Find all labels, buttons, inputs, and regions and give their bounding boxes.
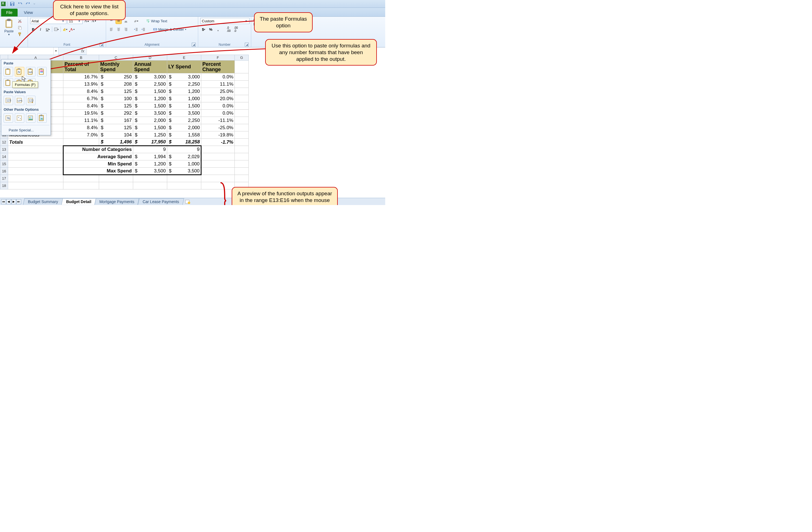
row-header-13[interactable]: 13 (0, 146, 8, 153)
row-header-14[interactable]: 14 (0, 153, 8, 160)
font-color-icon[interactable]: A ▾ (69, 26, 75, 32)
paste-dropdown-caret[interactable]: ▼ (8, 33, 10, 36)
italic-button[interactable]: I (38, 26, 44, 32)
sheet-tab-budget-summary[interactable]: Budget Summary (23, 198, 63, 205)
number-format-input[interactable] (201, 18, 244, 24)
paste-no-borders-option[interactable] (4, 78, 13, 88)
col-header-F[interactable]: F (201, 55, 235, 61)
file-tab[interactable]: File (1, 9, 18, 16)
svg-rect-15 (69, 31, 70, 32)
name-box[interactable]: ▼ (52, 47, 59, 55)
sheet-nav-next[interactable]: ▶ (11, 199, 16, 204)
paste-values-option[interactable]: 123 (4, 96, 13, 105)
paste-formatting-option[interactable]: % (4, 113, 13, 123)
wrap-text-button[interactable]: Wrap Text (144, 18, 169, 24)
paste-formulas-number-formatting-option[interactable]: %fx (26, 67, 35, 76)
row-header-16[interactable]: 16 (0, 168, 8, 175)
increase-decimal-icon[interactable]: .0.00 (226, 26, 232, 32)
redo-icon[interactable] (25, 1, 31, 7)
clipboard-icon (5, 19, 13, 28)
accounting-format-icon[interactable]: $▾ (200, 26, 206, 32)
svg-point-53 (29, 117, 30, 118)
number-launcher[interactable]: ◢ (245, 43, 249, 47)
number-format-dropdown[interactable]: ▼ (200, 18, 249, 24)
align-left-icon[interactable] (108, 26, 114, 32)
group-label-alignment: Alignment ◢ (108, 42, 196, 47)
sheet-nav-prev[interactable]: ◀ (6, 199, 11, 204)
group-label-number: Number ◢ (200, 42, 249, 47)
decrease-indent-icon[interactable] (133, 26, 139, 32)
merge-center-button[interactable]: Merge & Center▾ (151, 26, 188, 32)
align-center-icon[interactable] (116, 26, 122, 32)
row-header-18[interactable]: 18 (0, 182, 8, 189)
increase-indent-icon[interactable] (140, 26, 146, 32)
row-header-12[interactable]: 12 (0, 139, 8, 146)
svg-text:ab: ab (134, 19, 137, 23)
col-header-D[interactable]: D (133, 55, 167, 61)
fx-icon[interactable]: fx (59, 49, 87, 53)
paste-section-title: Paste (2, 61, 49, 66)
comma-format-icon[interactable]: , (215, 26, 221, 32)
paste-formulas-option[interactable]: fx (15, 67, 24, 76)
col-header-C[interactable]: C (99, 55, 133, 61)
svg-rect-11 (19, 33, 21, 34)
row-header-15[interactable]: 15 (0, 160, 8, 168)
paste-button[interactable]: Paste ▼ (2, 18, 16, 36)
cut-icon[interactable] (17, 18, 23, 24)
paste-link-option[interactable] (15, 113, 24, 123)
copy-icon[interactable] (17, 25, 23, 31)
percent-format-icon[interactable]: % (208, 26, 214, 32)
separator (7, 1, 8, 6)
col-header-G[interactable]: G (235, 55, 249, 61)
sheet-tab-budget-detail[interactable]: Budget Detail (61, 198, 96, 205)
sheet-tab-car-lease-payments[interactable]: Car Lease Payments (137, 198, 184, 205)
svg-text:123: 123 (6, 99, 11, 102)
paste-all-option[interactable] (4, 67, 13, 76)
decrease-decimal-icon[interactable]: .00.0 (233, 26, 239, 32)
new-sheet-icon[interactable] (185, 199, 191, 204)
svg-text:12%: 12% (17, 99, 22, 102)
paste-picture-option[interactable] (26, 113, 35, 123)
paste-special-menuitem[interactable]: Paste Special... (2, 126, 49, 135)
paste-linked-picture-option[interactable] (37, 113, 47, 123)
svg-rect-1 (11, 2, 14, 4)
paste-keep-source-formatting-option[interactable] (37, 67, 47, 76)
underline-button[interactable]: U▾ (45, 26, 51, 32)
borders-icon[interactable]: ▾ (53, 26, 59, 32)
svg-rect-20 (7, 68, 9, 70)
font-launcher[interactable]: ◢ (100, 43, 104, 47)
format-painter-icon[interactable] (17, 31, 23, 38)
paste-options-menu: Paste fx %fx Paste Values 123 12% (1, 59, 51, 135)
excel-icon (1, 2, 5, 6)
paste-values-number-formatting-option[interactable]: 12% (15, 96, 24, 105)
col-header-E[interactable]: E (167, 55, 201, 61)
svg-rect-51 (17, 116, 21, 120)
fill-color-icon[interactable]: ▾ (62, 26, 68, 32)
sheet-tab-mortgage-payments[interactable]: Mortgage Payments (95, 198, 139, 205)
save-icon[interactable] (9, 1, 15, 7)
svg-text:%: % (7, 116, 10, 120)
svg-rect-31 (40, 71, 43, 71)
orientation-icon[interactable]: ab▾ (133, 18, 139, 24)
paste-values-source-formatting-option[interactable]: 123 (26, 96, 35, 105)
svg-rect-32 (40, 72, 43, 73)
chevron-down-icon[interactable]: ▼ (244, 19, 248, 23)
sheet-nav-first[interactable]: ⏮ (1, 199, 6, 204)
undo-icon[interactable] (17, 1, 23, 7)
svg-rect-56 (41, 115, 42, 116)
sheet-nav-last[interactable]: ⏭ (16, 199, 21, 204)
paste-values-section-title: Paste Values (2, 89, 49, 95)
ribbon-tab-view[interactable]: View (19, 8, 52, 16)
svg-rect-19 (6, 70, 10, 74)
qat-customize-icon[interactable] (33, 1, 36, 7)
other-paste-section-title: Other Paste Options (2, 107, 49, 113)
bold-button[interactable]: B (30, 26, 36, 32)
callout-preview: A preview of the function outputs appear… (232, 187, 338, 205)
callout-paste-dropdown: Click here to view the list of paste opt… (53, 0, 126, 20)
col-header-B[interactable]: B (63, 55, 99, 61)
align-right-icon[interactable] (123, 26, 129, 32)
group-alignment: ab▾ Wrap Text Merge & Center▾ (106, 17, 198, 47)
row-header-17[interactable]: 17 (0, 175, 8, 182)
namebox-caret[interactable]: ▼ (53, 47, 58, 55)
alignment-launcher[interactable]: ◢ (192, 43, 196, 47)
